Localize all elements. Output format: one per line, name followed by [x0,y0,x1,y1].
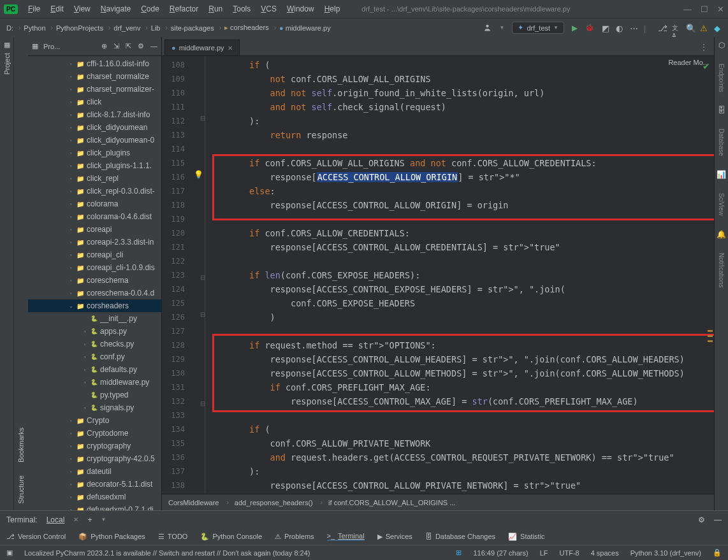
tree-node[interactable]: 🐍py.typed [28,389,161,401]
jb-ai-icon[interactable]: ◆ [714,24,723,32]
toolwin-statistic[interactable]: 📈 Statistic [508,533,545,541]
run-config-selector[interactable]: ✦ drf_test ▼ [512,22,564,34]
breadcrumb[interactable]: ▸ corsheaders [223,24,270,32]
breadcrumb[interactable]: drf_venv [112,24,142,32]
menu-code[interactable]: Code [137,3,163,15]
menu-run[interactable]: Run [205,3,226,15]
tree-node[interactable]: ›📁charset_normalizer- [28,83,161,96]
tree-node[interactable]: ⌄📁corsheaders [28,299,161,312]
tree-node[interactable]: ›📁click-8.1.7.dist-info [28,108,161,121]
tree-node[interactable]: ›📁colorama [28,197,161,210]
tree-node[interactable]: ›📁defusedxml [28,491,161,503]
structure-tab[interactable]: Structure [17,475,25,504]
marker-bar[interactable] [706,56,714,494]
user-icon[interactable] [483,24,491,32]
breadcrumb[interactable]: D: [5,24,15,32]
toolwin-python-packages[interactable]: 📦 Python Packages [78,533,145,541]
app-badge[interactable]: PC [4,4,18,14]
toolwin-terminal[interactable]: >_ Terminal [327,532,365,541]
project-tree[interactable]: ›📁cffi-1.16.0.dist-info›📁charset_normali… [28,56,161,510]
line-gutter[interactable]: 1081091101111121131141151161171181191201… [162,56,189,494]
tree-node[interactable]: ›📁charset_normalize [28,70,161,83]
toolwin-problems[interactable]: ⚠ Problems [275,533,314,541]
toolwin-services[interactable]: ▶ Services [377,533,412,541]
tree-node[interactable]: ›📁decorator-5.1.1.dist [28,478,161,491]
line-separator[interactable]: LF [540,549,548,557]
breadcrumb[interactable]: PythonProjects [55,24,105,32]
tree-node[interactable]: ›📁defusedxml-0.7.1.di [28,503,161,510]
database-icon[interactable]: 🗄 [718,106,725,115]
menu-vcs[interactable]: VCS [257,3,280,15]
toolwin-toggle-icon[interactable]: ▣ [6,549,13,557]
terminal-tab-local[interactable]: Local [47,515,65,524]
toolwin-database-changes[interactable]: 🗄 Database Changes [425,533,495,540]
collapse-icon[interactable]: ⇱ [126,42,131,50]
toolwin-todo[interactable]: ☰ TODO [158,533,188,541]
hide-icon[interactable]: — [150,42,157,50]
profile-icon[interactable]: ◐ [616,24,625,32]
tree-node[interactable]: ›🐍apps.py [28,325,161,338]
menu-navigate[interactable]: Navigate [97,3,135,15]
editor-breadcrumbs[interactable]: CorsMiddleware› add_response_headers()› … [162,494,714,510]
close-icon[interactable]: ✕ [228,45,233,52]
editor-menu-icon[interactable]: ⋮ [696,39,711,55]
tree-node[interactable]: ›🐍signals.py [28,401,161,414]
tree-node[interactable]: ›📁coreschema-0.0.4.d [28,287,161,299]
bookmarks-tab[interactable]: Bookmarks [17,427,25,463]
caret-position[interactable]: 116:49 (27 chars) [473,549,528,557]
sciview-icon[interactable]: 📊 [717,170,726,179]
debug-button[interactable]: 🐞 [585,24,594,32]
tree-node[interactable]: ›📁click_didyoumean [28,121,161,134]
tree-node[interactable]: ›📁cryptography-42.0.5 [28,452,161,465]
toolwin-python-console[interactable]: 🐍 Python Console [200,533,262,541]
maximize-button[interactable]: ☐ [701,4,708,14]
minimize-button[interactable]: — [683,4,692,14]
menu-refactor[interactable]: Refactor [166,3,202,15]
left-rail-project[interactable]: ▦ Project [0,37,14,510]
tree-node[interactable]: ›📁coreapi_cli [28,248,161,261]
close-button[interactable]: ✕ [717,4,724,14]
indent[interactable]: 4 spaces [591,549,619,557]
tree-node[interactable]: ›📁click_repl-0.3.0.dist- [28,185,161,197]
menu-edit[interactable]: Edit [47,3,68,15]
tree-node[interactable]: ›📁click_plugins-1.1.1. [28,159,161,172]
warn-icon[interactable]: ⚠ [700,24,709,32]
notifications-icon[interactable]: 🔔 [717,230,726,239]
coverage-icon[interactable]: ◩ [602,24,611,32]
terminal-dropdown-icon[interactable]: ▼ [101,517,106,522]
tree-node[interactable]: 🐍__init__.py [28,312,161,325]
endpoints-icon[interactable]: ⬡ [718,41,725,50]
tree-node[interactable]: ›📁coreapi_cli-1.0.9.dis [28,261,161,274]
tree-node[interactable]: ›📁Crypto [28,414,161,427]
expand-icon[interactable]: ⇲ [113,42,119,50]
lock-icon[interactable]: 🔒 [713,549,722,557]
tree-node[interactable]: ›🐍defaults.py [28,363,161,376]
more-run-icon[interactable]: ⋯ [630,24,639,32]
tree-node[interactable]: ›🐍middleware.py [28,376,161,389]
tree-node[interactable]: ›📁click_plugins [28,147,161,159]
tree-node[interactable]: ›📁cffi-1.16.0.dist-info [28,57,161,70]
tree-node[interactable]: ›📁coreschema [28,274,161,287]
tree-node[interactable]: ›📁click_didyoumean-0 [28,134,161,147]
terminal-hide-icon[interactable]: — [714,515,722,524]
terminal-add-icon[interactable]: + [87,515,92,524]
locate-icon[interactable]: ⊕ [101,42,107,50]
lang-icon[interactable]: 文A [672,24,681,32]
terminal-settings-icon[interactable]: ⚙ [698,515,705,524]
breadcrumb[interactable]: Python [22,24,47,32]
breadcrumb[interactable]: ● middleware.py [278,24,332,32]
encoding[interactable]: UTF-8 [560,549,579,557]
interpreter[interactable]: Python 3.10 (drf_venv) [630,549,701,557]
editor-tab[interactable]: ● middleware.py ✕ [164,39,240,55]
tree-node[interactable]: ›🐍conf.py [28,350,161,363]
tree-node[interactable]: ›🐍checks.py [28,338,161,350]
toolwin-version-control[interactable]: ⎇ Version Control [6,533,66,541]
tree-node[interactable]: ›📁coreapi-2.3.3.dist-in [28,236,161,248]
menu-file[interactable]: File [24,3,44,15]
search-icon[interactable]: 🔍 [686,24,695,32]
menu-window[interactable]: Window [283,3,318,15]
intention-bulb-icon[interactable]: 💡 [194,170,203,179]
terminal-close-icon[interactable]: ✕ [73,516,78,523]
breadcrumb[interactable]: Lib [150,24,162,32]
tree-node[interactable]: ›📁cryptography [28,440,161,452]
